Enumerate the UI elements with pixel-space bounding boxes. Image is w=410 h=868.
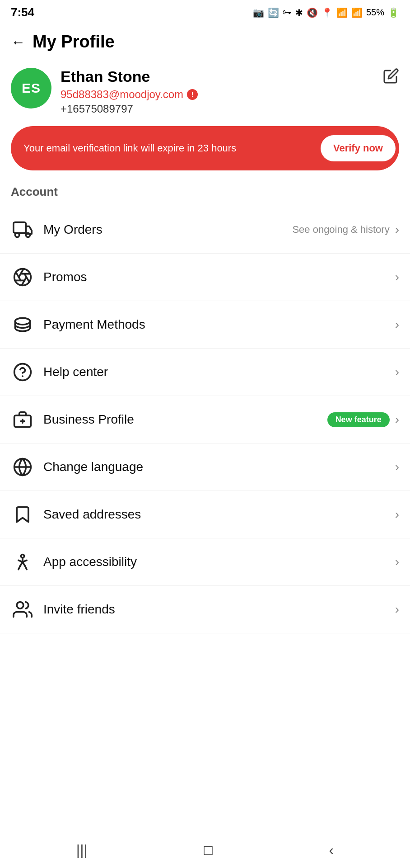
svg-rect-0 bbox=[14, 222, 26, 233]
profile-info: Ethan Stone 95d88383@moodjoy.com ! +1657… bbox=[61, 68, 399, 115]
help-center-chevron: › bbox=[395, 365, 399, 379]
invite-friends-chevron: › bbox=[395, 602, 399, 617]
menu-item-my-orders[interactable]: My Orders See ongoing & history › bbox=[0, 206, 410, 254]
profile-section: ES Ethan Stone 95d88383@moodjoy.com ! +1… bbox=[0, 59, 410, 126]
account-section-label: Account bbox=[0, 185, 410, 206]
change-language-icon bbox=[11, 455, 34, 479]
invite-friends-icon bbox=[11, 598, 34, 621]
svg-line-19 bbox=[19, 566, 20, 569]
saved-addresses-chevron: › bbox=[395, 507, 399, 522]
camera-icon: 📷 bbox=[253, 7, 264, 18]
payment-methods-chevron: › bbox=[395, 317, 399, 332]
verify-now-button[interactable]: Verify now bbox=[321, 135, 396, 161]
payment-methods-label: Payment Methods bbox=[43, 317, 395, 332]
menu-item-promos[interactable]: Promos › bbox=[0, 254, 410, 301]
signal-icon: 📶 bbox=[351, 7, 363, 18]
app-accessibility-label: App accessibility bbox=[43, 555, 395, 569]
menu-item-business-profile[interactable]: Business Profile New feature › bbox=[0, 396, 410, 443]
menu-item-invite-friends[interactable]: Invite friends › bbox=[0, 586, 410, 633]
sync-icon: 🔄 bbox=[268, 7, 279, 18]
menu-item-app-accessibility[interactable]: App accessibility › bbox=[0, 538, 410, 586]
svg-point-2 bbox=[26, 233, 30, 237]
nav-home-icon[interactable]: □ bbox=[204, 842, 212, 859]
change-language-chevron: › bbox=[395, 460, 399, 474]
status-bar: 7:54 📷 🔄 🗝 ✱ 🔇 📍 📶 📶 55% 🔋 bbox=[0, 0, 410, 23]
business-profile-label: Business Profile bbox=[43, 412, 327, 427]
menu-item-help-center[interactable]: Help center › bbox=[0, 349, 410, 396]
business-profile-icon bbox=[11, 408, 34, 431]
app-accessibility-chevron: › bbox=[395, 555, 399, 569]
help-center-label: Help center bbox=[43, 365, 395, 379]
nav-menu-icon[interactable]: ||| bbox=[76, 842, 88, 859]
location-icon: 📍 bbox=[321, 7, 333, 18]
my-orders-label: My Orders bbox=[43, 222, 292, 237]
svg-point-1 bbox=[15, 233, 19, 237]
change-language-label: Change language bbox=[43, 460, 395, 474]
verification-banner: Your email verification link will expire… bbox=[11, 126, 399, 170]
mute-icon: 🔇 bbox=[307, 7, 318, 18]
promos-icon bbox=[11, 265, 34, 289]
bottom-nav: ||| □ ‹ bbox=[0, 832, 410, 868]
payment-methods-icon bbox=[11, 313, 34, 336]
email-warning-icon: ! bbox=[187, 89, 198, 100]
key-icon: 🗝 bbox=[283, 7, 292, 18]
verification-text: Your email verification link will expire… bbox=[23, 142, 315, 156]
menu-item-change-language[interactable]: Change language › bbox=[0, 443, 410, 491]
battery-icon: 🔋 bbox=[388, 7, 399, 18]
business-profile-badge: New feature bbox=[327, 412, 390, 427]
profile-email: 95d88383@moodjoy.com ! bbox=[61, 88, 399, 101]
bluetooth-icon: ✱ bbox=[295, 7, 303, 18]
email-text: 95d88383@moodjoy.com bbox=[61, 88, 183, 101]
nav-back-icon[interactable]: ‹ bbox=[329, 842, 334, 859]
app-accessibility-icon bbox=[11, 550, 34, 574]
invite-friends-label: Invite friends bbox=[43, 602, 395, 617]
avatar: ES bbox=[11, 68, 51, 108]
back-button[interactable]: ← bbox=[11, 35, 25, 49]
svg-point-21 bbox=[17, 602, 23, 609]
promos-label: Promos bbox=[43, 270, 395, 284]
svg-point-10 bbox=[15, 318, 30, 325]
my-orders-chevron: › bbox=[395, 222, 399, 237]
svg-line-20 bbox=[25, 566, 27, 569]
help-center-icon bbox=[11, 360, 34, 384]
status-time: 7:54 bbox=[11, 5, 34, 19]
my-orders-sublabel: See ongoing & history bbox=[292, 224, 389, 236]
promos-chevron: › bbox=[395, 270, 399, 284]
menu-list: My Orders See ongoing & history › Promos… bbox=[0, 206, 410, 633]
business-profile-chevron: › bbox=[395, 412, 399, 427]
edit-profile-button[interactable] bbox=[383, 68, 399, 87]
menu-item-payment-methods[interactable]: Payment Methods › bbox=[0, 301, 410, 349]
avatar-initials: ES bbox=[22, 80, 41, 96]
wifi-icon: 📶 bbox=[336, 7, 348, 18]
saved-addresses-icon bbox=[11, 503, 34, 526]
saved-addresses-label: Saved addresses bbox=[43, 507, 395, 522]
status-icons: 📷 🔄 🗝 ✱ 🔇 📍 📶 📶 55% 🔋 bbox=[253, 7, 399, 18]
header: ← My Profile bbox=[0, 23, 410, 59]
battery-level: 55% bbox=[366, 7, 384, 18]
profile-phone: +16575089797 bbox=[61, 103, 399, 115]
my-orders-icon bbox=[11, 218, 34, 241]
menu-item-saved-addresses[interactable]: Saved addresses › bbox=[0, 491, 410, 538]
page-title: My Profile bbox=[33, 32, 115, 52]
profile-name: Ethan Stone bbox=[61, 68, 399, 85]
